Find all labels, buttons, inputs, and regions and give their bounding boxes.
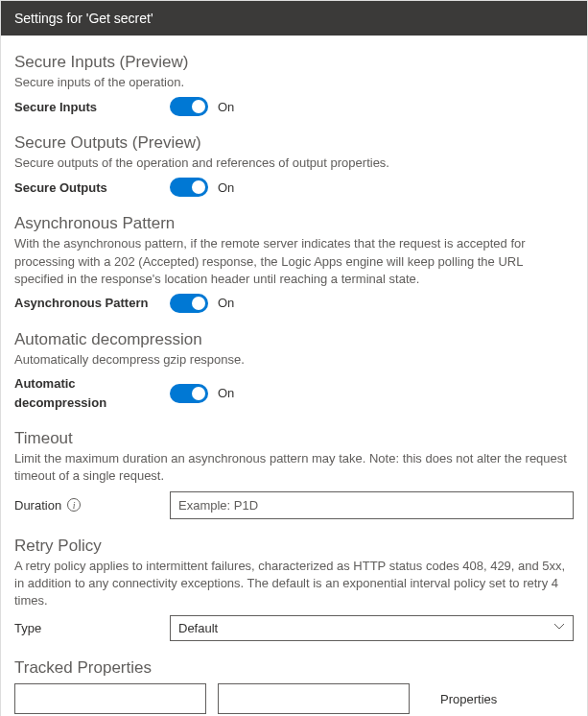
- section-desc: Secure inputs of the operation.: [14, 74, 574, 91]
- secure-inputs-label: Secure Inputs: [14, 100, 170, 114]
- info-icon[interactable]: i: [67, 498, 81, 512]
- input-row: Duration i: [14, 491, 574, 519]
- secure-inputs-state: On: [218, 100, 234, 114]
- dialog-title: Settings for 'Get secret': [14, 11, 153, 26]
- section-desc: Secure outputs of the operation and refe…: [14, 155, 574, 172]
- section-title: Tracked Properties: [14, 658, 574, 678]
- async-pattern-toggle[interactable]: [170, 294, 208, 313]
- control-row: Secure Inputs On: [14, 97, 574, 116]
- secure-outputs-toggle[interactable]: [170, 178, 208, 197]
- dialog-content: Secure Inputs (Preview) Secure inputs of…: [1, 36, 587, 716]
- section-title: Secure Outputs (Preview): [14, 133, 574, 153]
- duration-label-text: Duration: [14, 498, 61, 513]
- chevron-down-icon: [553, 621, 565, 635]
- retry-type-value: Default: [178, 621, 218, 635]
- section-title: Automatic decompression: [14, 330, 574, 349]
- control-row: Asynchronous Pattern On: [14, 294, 574, 313]
- section-auto-decompress: Automatic decompression Automatically de…: [14, 330, 574, 412]
- tracked-key-input[interactable]: [14, 683, 206, 714]
- dialog-header: Settings for 'Get secret': [1, 1, 587, 36]
- duration-label: Duration i: [14, 498, 162, 513]
- async-pattern-state: On: [218, 296, 234, 310]
- section-title: Secure Inputs (Preview): [14, 53, 574, 72]
- async-pattern-label: Asynchronous Pattern: [14, 296, 170, 310]
- section-secure-inputs: Secure Inputs (Preview) Secure inputs of…: [14, 53, 574, 116]
- auto-decompress-label: Automatic decompression: [14, 374, 170, 412]
- section-retry-policy: Retry Policy A retry policy applies to i…: [14, 537, 574, 642]
- section-desc: Automatically decompress gzip response.: [14, 351, 574, 369]
- section-title: Timeout: [14, 429, 574, 448]
- tracked-row: Properties: [14, 683, 574, 714]
- section-desc: Limit the maximum duration an asynchrono…: [14, 450, 574, 485]
- auto-decompress-toggle[interactable]: [170, 384, 208, 403]
- secure-inputs-toggle[interactable]: [170, 97, 208, 116]
- tracked-value-input[interactable]: [218, 683, 410, 714]
- control-row: Secure Outputs On: [14, 178, 574, 197]
- section-tracked-properties: Tracked Properties Properties: [14, 658, 574, 714]
- input-row: Type Default: [14, 615, 574, 641]
- section-title: Asynchronous Pattern: [14, 214, 574, 233]
- secure-outputs-label: Secure Outputs: [14, 180, 170, 195]
- secure-outputs-state: On: [218, 180, 234, 195]
- section-desc: A retry policy applies to intermittent f…: [14, 558, 574, 610]
- retry-type-select[interactable]: Default: [170, 615, 574, 641]
- tracked-properties-label: Properties: [440, 692, 497, 706]
- section-async-pattern: Asynchronous Pattern With the asynchrono…: [14, 214, 574, 313]
- duration-input[interactable]: [170, 491, 574, 519]
- section-desc: With the asynchronous pattern, if the re…: [14, 235, 574, 288]
- retry-type-label: Type: [14, 621, 162, 635]
- section-timeout: Timeout Limit the maximum duration an as…: [14, 429, 574, 518]
- auto-decompress-state: On: [218, 386, 234, 400]
- section-title: Retry Policy: [14, 537, 574, 556]
- section-secure-outputs: Secure Outputs (Preview) Secure outputs …: [14, 133, 574, 197]
- control-row: Automatic decompression On: [14, 374, 574, 412]
